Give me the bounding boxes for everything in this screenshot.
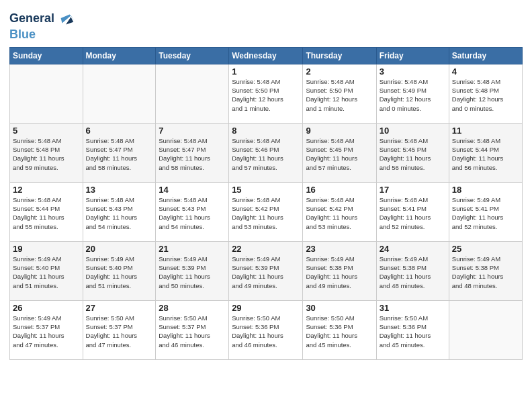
weekday-header-row: SundayMondayTuesdayWednesdayThursdayFrid… (10, 47, 523, 64)
day-cell (449, 300, 522, 359)
day-number: 19 (13, 244, 80, 254)
logo: General Blue (9, 9, 76, 42)
day-number: 26 (13, 303, 80, 313)
day-info: Sunrise: 5:48 AM Sunset: 5:50 PM Dayligh… (232, 77, 300, 113)
day-info: Sunrise: 5:48 AM Sunset: 5:49 PM Dayligh… (380, 77, 446, 113)
day-number: 4 (452, 66, 519, 77)
day-info: Sunrise: 5:48 AM Sunset: 5:45 PM Dayligh… (380, 136, 446, 172)
day-cell: 5Sunrise: 5:48 AM Sunset: 5:48 PM Daylig… (10, 123, 83, 182)
day-info: Sunrise: 5:50 AM Sunset: 5:36 PM Dayligh… (306, 314, 373, 349)
day-number: 24 (380, 244, 446, 254)
day-cell: 20Sunrise: 5:49 AM Sunset: 5:40 PM Dayli… (83, 241, 156, 300)
week-row-4: 26Sunrise: 5:49 AM Sunset: 5:37 PM Dayli… (10, 300, 523, 359)
day-cell: 9Sunrise: 5:48 AM Sunset: 5:45 PM Daylig… (303, 123, 376, 182)
day-number: 23 (306, 244, 373, 254)
week-row-3: 19Sunrise: 5:49 AM Sunset: 5:40 PM Dayli… (10, 241, 523, 300)
day-number: 10 (380, 126, 446, 136)
day-cell: 25Sunrise: 5:49 AM Sunset: 5:38 PM Dayli… (449, 241, 522, 300)
day-number: 5 (13, 126, 80, 136)
day-cell: 18Sunrise: 5:49 AM Sunset: 5:41 PM Dayli… (449, 182, 522, 241)
day-info: Sunrise: 5:50 AM Sunset: 5:36 PM Dayligh… (232, 314, 300, 349)
logo-icon (57, 9, 76, 28)
day-info: Sunrise: 5:48 AM Sunset: 5:41 PM Dayligh… (380, 195, 446, 231)
day-number: 14 (159, 185, 226, 195)
day-info: Sunrise: 5:49 AM Sunset: 5:37 PM Dayligh… (13, 314, 80, 349)
day-number: 18 (452, 185, 519, 195)
day-cell: 15Sunrise: 5:48 AM Sunset: 5:42 PM Dayli… (229, 182, 303, 241)
day-info: Sunrise: 5:48 AM Sunset: 5:47 PM Dayligh… (86, 136, 153, 172)
day-cell (83, 64, 156, 123)
day-number: 22 (232, 244, 300, 254)
day-cell: 14Sunrise: 5:48 AM Sunset: 5:43 PM Dayli… (156, 182, 229, 241)
day-cell: 26Sunrise: 5:49 AM Sunset: 5:37 PM Dayli… (10, 300, 83, 359)
day-cell: 24Sunrise: 5:49 AM Sunset: 5:38 PM Dayli… (376, 241, 449, 300)
day-cell: 10Sunrise: 5:48 AM Sunset: 5:45 PM Dayli… (376, 123, 449, 182)
day-cell: 2Sunrise: 5:48 AM Sunset: 5:50 PM Daylig… (303, 64, 376, 123)
day-info: Sunrise: 5:49 AM Sunset: 5:38 PM Dayligh… (452, 255, 519, 290)
day-number: 17 (380, 185, 446, 195)
week-row-2: 12Sunrise: 5:48 AM Sunset: 5:44 PM Dayli… (10, 182, 523, 241)
header: General Blue (9, 7, 523, 42)
weekday-wednesday: Wednesday (229, 47, 303, 64)
day-info: Sunrise: 5:48 AM Sunset: 5:44 PM Dayligh… (452, 136, 519, 172)
page: General Blue SundayMondayTuesdayWednesda… (0, 0, 532, 411)
day-cell: 29Sunrise: 5:50 AM Sunset: 5:36 PM Dayli… (229, 300, 303, 359)
day-number: 28 (159, 303, 226, 313)
day-number: 27 (86, 303, 153, 313)
day-cell: 6Sunrise: 5:48 AM Sunset: 5:47 PM Daylig… (83, 123, 156, 182)
day-number: 1 (232, 66, 300, 77)
day-info: Sunrise: 5:49 AM Sunset: 5:39 PM Dayligh… (159, 255, 226, 290)
day-number: 6 (86, 126, 153, 136)
day-cell: 28Sunrise: 5:50 AM Sunset: 5:37 PM Dayli… (156, 300, 229, 359)
day-number: 12 (13, 185, 80, 195)
day-info: Sunrise: 5:48 AM Sunset: 5:43 PM Dayligh… (86, 195, 153, 231)
day-cell: 31Sunrise: 5:50 AM Sunset: 5:36 PM Dayli… (376, 300, 449, 359)
day-number: 31 (380, 303, 446, 313)
day-number: 15 (232, 185, 300, 195)
day-info: Sunrise: 5:48 AM Sunset: 5:46 PM Dayligh… (232, 136, 300, 172)
day-info: Sunrise: 5:48 AM Sunset: 5:42 PM Dayligh… (306, 195, 373, 231)
day-number: 20 (86, 244, 153, 254)
weekday-monday: Monday (83, 47, 156, 64)
day-number: 16 (306, 185, 373, 195)
day-info: Sunrise: 5:48 AM Sunset: 5:47 PM Dayligh… (159, 136, 226, 172)
day-info: Sunrise: 5:50 AM Sunset: 5:37 PM Dayligh… (86, 314, 153, 349)
day-cell (10, 64, 83, 123)
day-cell: 1Sunrise: 5:48 AM Sunset: 5:50 PM Daylig… (229, 64, 303, 123)
day-number: 2 (306, 66, 373, 77)
day-info: Sunrise: 5:48 AM Sunset: 5:45 PM Dayligh… (306, 136, 373, 172)
day-info: Sunrise: 5:48 AM Sunset: 5:50 PM Dayligh… (306, 77, 373, 113)
day-number: 9 (306, 126, 373, 136)
weekday-tuesday: Tuesday (156, 47, 229, 64)
logo-text: General (9, 12, 54, 26)
day-cell: 16Sunrise: 5:48 AM Sunset: 5:42 PM Dayli… (303, 182, 376, 241)
day-cell (156, 64, 229, 123)
day-number: 25 (452, 244, 519, 254)
day-number: 30 (306, 303, 373, 313)
day-info: Sunrise: 5:49 AM Sunset: 5:39 PM Dayligh… (232, 255, 300, 290)
day-cell: 13Sunrise: 5:48 AM Sunset: 5:43 PM Dayli… (83, 182, 156, 241)
day-cell: 27Sunrise: 5:50 AM Sunset: 5:37 PM Dayli… (83, 300, 156, 359)
day-info: Sunrise: 5:49 AM Sunset: 5:40 PM Dayligh… (13, 255, 80, 290)
day-cell: 4Sunrise: 5:48 AM Sunset: 5:48 PM Daylig… (449, 64, 522, 123)
day-info: Sunrise: 5:48 AM Sunset: 5:43 PM Dayligh… (159, 195, 226, 231)
day-info: Sunrise: 5:48 AM Sunset: 5:48 PM Dayligh… (13, 136, 80, 172)
weekday-friday: Friday (376, 47, 449, 64)
day-number: 13 (86, 185, 153, 195)
weekday-sunday: Sunday (10, 47, 83, 64)
logo-blue: Blue (9, 28, 76, 42)
day-number: 3 (380, 66, 446, 77)
day-cell: 11Sunrise: 5:48 AM Sunset: 5:44 PM Dayli… (449, 123, 522, 182)
day-cell: 21Sunrise: 5:49 AM Sunset: 5:39 PM Dayli… (156, 241, 229, 300)
day-info: Sunrise: 5:49 AM Sunset: 5:38 PM Dayligh… (380, 255, 446, 290)
day-number: 11 (452, 126, 519, 136)
day-info: Sunrise: 5:50 AM Sunset: 5:36 PM Dayligh… (380, 314, 446, 349)
week-row-1: 5Sunrise: 5:48 AM Sunset: 5:48 PM Daylig… (10, 123, 523, 182)
day-number: 7 (159, 126, 226, 136)
day-cell: 12Sunrise: 5:48 AM Sunset: 5:44 PM Dayli… (10, 182, 83, 241)
day-info: Sunrise: 5:48 AM Sunset: 5:44 PM Dayligh… (13, 195, 80, 231)
day-number: 29 (232, 303, 300, 313)
day-cell: 30Sunrise: 5:50 AM Sunset: 5:36 PM Dayli… (303, 300, 376, 359)
day-cell: 7Sunrise: 5:48 AM Sunset: 5:47 PM Daylig… (156, 123, 229, 182)
day-info: Sunrise: 5:50 AM Sunset: 5:37 PM Dayligh… (159, 314, 226, 349)
